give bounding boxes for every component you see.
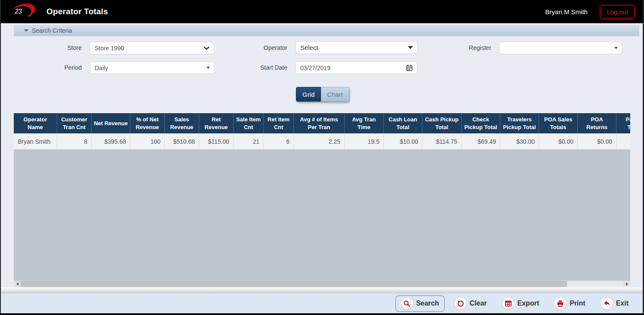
operator-select[interactable]: Select [296,41,417,54]
logout-button[interactable]: Log out [600,5,635,19]
table-cell: 21 [233,133,263,149]
table-cell: Bryan Smith [14,133,57,149]
table-cell: 100 [130,133,164,149]
user-name: Bryan M Smith [545,8,588,15]
column-header: % of NetRevenue [130,113,164,133]
table-cell: 19.5 [344,133,383,149]
table-cell: 6 [263,133,293,149]
view-toggle: Grid Chart [296,87,349,102]
arrow-right-icon [626,282,628,286]
search-icon [401,298,413,309]
table-cell: 2.25 [293,133,344,149]
column-header: RetRevenue [199,113,233,133]
chevron-down-icon [203,45,210,52]
column-header: Avg # of ItemsPer Tran [293,113,344,133]
table-cell: $0.00 [539,133,577,149]
print-button-label: Print [570,300,585,307]
table-cell: $114.75 [422,133,461,149]
search-button[interactable]: Search [395,295,444,312]
triangle-down-icon [408,46,413,49]
table-cell: $395.68 [91,133,130,149]
table-body: Bryan Smith8$395.68100$510.68$115.002162… [14,133,630,149]
table-cell: $69.49 [461,133,500,149]
svg-text:23: 23 [14,8,22,15]
grid-tab[interactable]: Grid [296,87,321,102]
table-cell: $10.00 [383,133,422,149]
register-label: Register [444,42,491,54]
collapse-caret-icon [24,29,28,32]
exit-back-arrow-icon [601,298,613,309]
column-header: POA SalesTotals [539,113,577,133]
scrollbar-thumb[interactable] [21,281,567,287]
table-row[interactable]: Bryan Smith8$395.68100$510.68$115.002162… [14,133,630,149]
results-grid: OperatorNameCustomerTran CntNet Revenue%… [14,113,630,287]
period-select[interactable]: Daily [90,62,214,74]
column-header: Net Revenue [91,113,130,133]
calendar-icon [406,64,413,71]
column-header: Cash LoanTotal [383,113,422,133]
column-header: POAReturns [577,113,616,133]
column-header: Sale ItemCnt [233,113,263,133]
register-select[interactable] [499,42,622,54]
horizontal-scrollbar[interactable] [14,281,630,287]
printer-icon [555,298,566,309]
column-header: PaT [616,113,630,133]
table-header-row: OperatorNameCustomerTran CntNet Revenue%… [14,113,630,133]
chart-tab[interactable]: Chart [321,87,349,102]
period-value: Daily [95,65,108,71]
period-label: Period [34,62,82,74]
triangle-down-icon [206,67,210,69]
column-header: OperatorName [14,113,57,133]
clear-undo-icon [455,298,466,309]
bottom-toolbar: Search Clear Export [1,293,643,313]
scroll-left-button[interactable] [14,281,21,287]
scroll-right-button[interactable] [623,281,630,287]
start-date-input[interactable]: 03/27/2019 [296,62,417,74]
column-header: CheckPickup Total [461,113,500,133]
clear-button-label: Clear [470,300,487,307]
export-button-label: Export [518,300,539,307]
table-cell: $30.00 [500,133,539,149]
exit-button[interactable]: Exit [595,295,634,312]
column-header: SalesRevenue [164,113,199,133]
column-header: Ret ItemCnt [263,113,293,133]
start-date-label: Start Date [240,62,287,74]
top-bar: 23 Operator Totals Bryan M Smith Log out [1,0,643,23]
operator-label: Operator [240,42,287,54]
column-header: Cash PickupTotal [422,113,461,133]
exit-button-label: Exit [616,300,629,307]
brand-logo-icon: 23 [10,2,37,22]
table-cell [616,133,630,149]
table-cell: $0.00 [577,133,616,149]
column-header: TravelersPickup Total [500,113,539,133]
clear-button[interactable]: Clear [449,295,493,312]
export-table-icon [502,298,514,309]
column-header: Avg TranTime [344,113,383,133]
store-select[interactable]: Store 1990 [90,42,214,54]
search-criteria-header[interactable]: Search Criteria [14,25,639,36]
search-button-label: Search [416,300,439,307]
operator-value: Select [300,44,318,51]
app-window: 23 Operator Totals Bryan M Smith Log out… [0,0,644,315]
table-cell: $115.00 [199,133,233,149]
column-header: CustomerTran Cnt [57,113,91,133]
table-cell: $510.68 [164,133,199,149]
table-cell: 8 [57,133,91,149]
arrow-left-icon [16,282,18,286]
store-label: Store [34,42,82,54]
export-button[interactable]: Export [497,295,545,312]
start-date-value: 03/27/2019 [300,65,330,71]
page-title: Operator Totals [46,7,108,16]
print-button[interactable]: Print [549,295,591,312]
search-criteria-label: Search Criteria [32,27,72,34]
triangle-down-icon [614,47,618,49]
store-value: Store 1990 [95,45,124,52]
